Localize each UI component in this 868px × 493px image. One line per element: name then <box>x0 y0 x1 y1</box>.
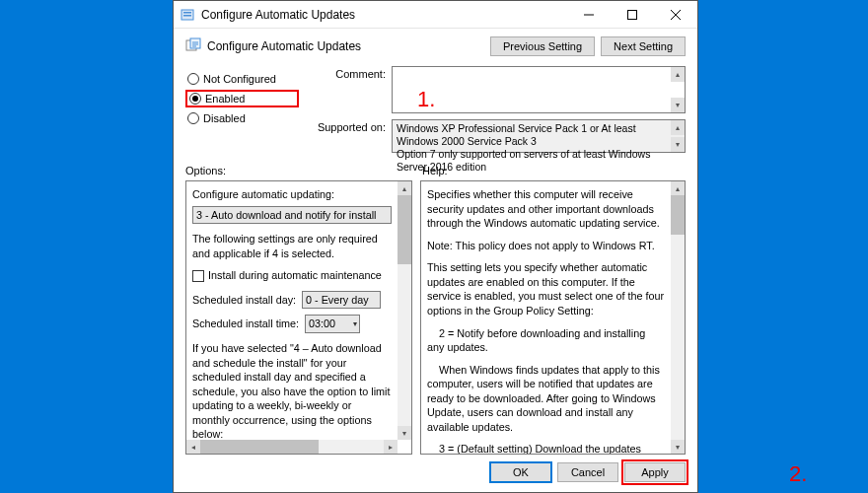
checkbox-label: Install during automatic maintenance <box>208 268 382 283</box>
help-content: Specifies whether this computer will rec… <box>421 181 671 454</box>
supported-row: Supported on: Windows XP Professional Se… <box>309 119 686 153</box>
header-row: Configure Automatic Updates Previous Set… <box>174 29 697 66</box>
close-button[interactable] <box>654 1 697 29</box>
previous-setting-button[interactable]: Previous Setting <box>490 36 595 56</box>
panes: Configure automatic updating: 3 - Auto d… <box>174 180 697 455</box>
svg-rect-1 <box>183 12 191 14</box>
ok-button[interactable]: OK <box>490 462 551 482</box>
time-select[interactable]: 03:00 ▾ <box>305 315 360 333</box>
configure-label: Configure automatic updating: <box>192 187 392 202</box>
day-select[interactable]: 0 - Every day <box>302 291 381 310</box>
svg-rect-2 <box>183 15 191 17</box>
supported-text: Windows XP Professional Service Pack 1 o… <box>392 119 686 153</box>
radio-label: Disabled <box>203 112 246 124</box>
scroll-down-icon[interactable]: ▾ <box>671 137 685 152</box>
radio-enabled[interactable]: Enabled <box>185 90 299 107</box>
apply-button[interactable]: Apply <box>624 462 686 482</box>
nav-buttons: Previous Setting Next Setting <box>490 36 686 56</box>
state-radios: Not Configured Enabled Disabled <box>185 66 299 153</box>
help-pane: Specifies whether this computer will rec… <box>420 180 686 455</box>
radio-label: Not Configured <box>203 73 276 85</box>
next-setting-button[interactable]: Next Setting <box>601 36 686 56</box>
scroll-up-icon[interactable]: ▴ <box>671 120 685 135</box>
dialog-window: Configure Automatic Updates Configure <box>173 0 698 493</box>
config-row: Not Configured Enabled Disabled Comment:… <box>174 66 697 159</box>
time-label: Scheduled install time: <box>192 317 299 331</box>
scroll-left-icon[interactable]: ◂ <box>186 440 200 454</box>
help-p: This setting lets you specify whether au… <box>427 260 665 317</box>
fields: Comment: ▴ ▾ Supported on: Windows XP Pr… <box>309 66 686 153</box>
help-vscroll[interactable]: ▴ ▾ <box>671 181 685 454</box>
titlebar: Configure Automatic Updates <box>174 1 697 29</box>
radio-icon <box>187 73 199 85</box>
scroll-thumb[interactable] <box>671 195 685 235</box>
day-label: Scheduled install day: <box>192 293 296 308</box>
configure-select[interactable]: 3 - Auto download and notify for install <box>192 206 392 225</box>
supported-label: Supported on: <box>309 119 386 133</box>
policy-icon <box>180 7 195 23</box>
help-p: When Windows finds updates that apply to… <box>427 363 665 435</box>
checkbox-icon <box>192 270 204 282</box>
limit-text: If you have selected "4 – Auto download … <box>192 341 392 440</box>
options-pane: Configure automatic updating: 3 - Auto d… <box>185 180 412 455</box>
window-title: Configure Automatic Updates <box>201 8 355 22</box>
radio-disabled[interactable]: Disabled <box>185 111 299 125</box>
scroll-thumb[interactable] <box>200 440 319 454</box>
help-p: Note: This policy does not apply to Wind… <box>427 239 665 253</box>
select-value: 0 - Every day <box>306 293 369 308</box>
scroll-up-icon[interactable]: ▴ <box>671 181 685 195</box>
policy-title-row: Configure Automatic Updates <box>185 37 361 56</box>
select-value: 03:00 <box>309 317 335 331</box>
comment-input[interactable]: ▴ ▾ <box>392 66 686 113</box>
help-p: 3 = (Default setting) Download the updat… <box>427 442 665 454</box>
scroll-up-icon[interactable]: ▴ <box>398 181 411 195</box>
comment-label: Comment: <box>309 66 386 80</box>
radio-label: Enabled <box>205 93 245 105</box>
cancel-button[interactable]: Cancel <box>557 462 618 482</box>
following-text: The following settings are only required… <box>192 232 392 260</box>
scroll-down-icon[interactable]: ▾ <box>671 98 685 112</box>
svg-rect-4 <box>628 10 637 19</box>
scroll-thumb[interactable] <box>398 195 411 264</box>
scroll-down-icon[interactable]: ▾ <box>398 426 411 440</box>
window-controls <box>567 1 697 29</box>
annotation-2: 2. <box>789 461 807 487</box>
radio-not-configured[interactable]: Not Configured <box>185 72 299 86</box>
policy-title: Configure Automatic Updates <box>207 39 361 53</box>
scroll-down-icon[interactable]: ▾ <box>671 440 685 454</box>
comment-row: Comment: ▴ ▾ <box>309 66 686 113</box>
options-label: Options: <box>185 165 412 176</box>
help-p: Specifies whether this computer will rec… <box>427 187 665 231</box>
chevron-down-icon: ▾ <box>353 318 357 329</box>
options-hscroll[interactable]: ◂ ▸ <box>186 440 398 454</box>
minimize-button[interactable] <box>567 1 611 29</box>
scroll-up-icon[interactable]: ▴ <box>671 67 685 82</box>
install-maintenance-checkbox[interactable]: Install during automatic maintenance <box>192 268 382 283</box>
options-content: Configure automatic updating: 3 - Auto d… <box>186 181 398 440</box>
maximize-button[interactable] <box>611 1 654 29</box>
radio-icon <box>189 93 201 105</box>
radio-icon <box>187 112 199 124</box>
scroll-right-icon[interactable]: ▸ <box>384 440 398 454</box>
options-vscroll[interactable]: ▴ ▾ <box>398 181 411 440</box>
select-value: 3 - Auto download and notify for install <box>196 208 376 223</box>
policy-icon <box>185 37 201 56</box>
dialog-footer: OK Cancel Apply <box>174 455 697 492</box>
help-p: 2 = Notify before downloading and instal… <box>427 326 665 355</box>
